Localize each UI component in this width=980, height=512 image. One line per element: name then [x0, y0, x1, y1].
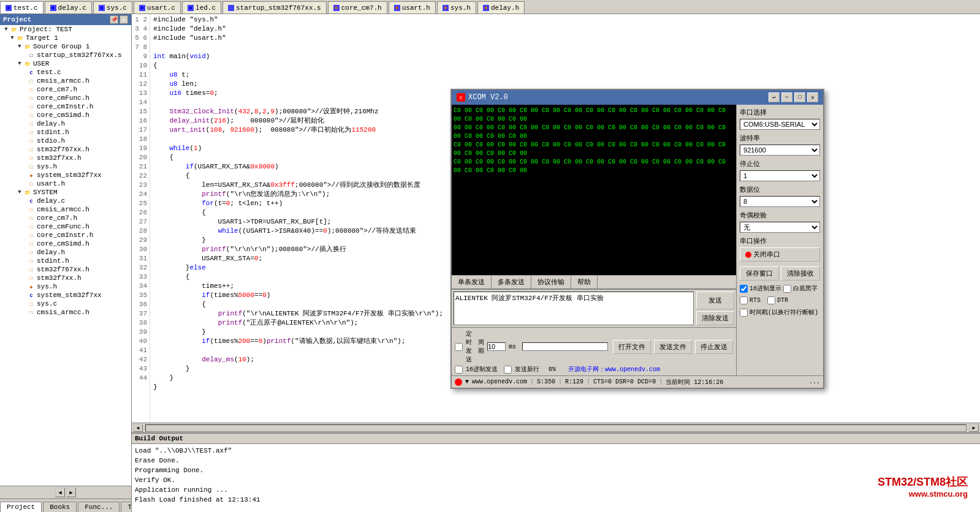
stop-send-button[interactable]: 停止发送 [695, 340, 733, 354]
list-item[interactable]: □ core_cmFunc.h [0, 222, 131, 231]
project-icon: 📁 [10, 26, 18, 33]
close-port-button[interactable]: 关闭串口 [740, 247, 820, 262]
list-item[interactable]: □ cmsis_armcc.h [0, 205, 131, 214]
scroll-right-btn[interactable]: ▶ [969, 424, 979, 432]
tree-project[interactable]: ▼ 📁 Project: TEST [0, 25, 131, 34]
xcom-titlebar: X XCOM V2.0 ↩ ─ □ ✕ [452, 90, 823, 105]
list-item[interactable]: □ sys.h [0, 162, 131, 171]
list-item[interactable]: ◆ sys.h [0, 282, 131, 291]
parity-select[interactable]: 无 [740, 222, 820, 233]
list-item[interactable]: □ delay.h [0, 248, 131, 257]
hex-send-checkbox[interactable] [455, 366, 463, 374]
tree-system[interactable]: ▼ 📁 SYSTEM [0, 188, 131, 197]
serial-select[interactable]: COM6:USB-SERIAL [740, 119, 820, 130]
list-item[interactable]: C system_stm32f7xx [0, 291, 131, 299]
timestamp-checkbox[interactable] [740, 309, 748, 317]
tab-usart-c[interactable]: ■ usart.c [134, 1, 181, 13]
tab-test-c[interactable]: ■ test.c [0, 1, 44, 13]
s-file-icon: ■ [228, 5, 234, 11]
list-item[interactable]: ◆ system_stm32f7xx [0, 171, 131, 179]
tab-books[interactable]: Books [43, 502, 77, 512]
open-file-button[interactable]: 打开文件 [613, 340, 651, 354]
tree-source-group1[interactable]: ▼ 📁 Source Group 1 [0, 42, 131, 51]
xcom-close-btn[interactable]: ✕ [807, 92, 818, 102]
send-text-input[interactable] [454, 292, 694, 325]
tab-startup[interactable]: ■ startup_stm32f767xx.s [222, 1, 327, 13]
data-select[interactable]: 8 [740, 196, 820, 207]
list-item[interactable]: □ core_cm7.h [0, 214, 131, 222]
send-file-button[interactable]: 发送文件 [654, 340, 692, 354]
tab-project[interactable]: Project [0, 502, 42, 512]
list-item[interactable]: □ stdint.h [0, 257, 131, 265]
scroll-right-btn[interactable]: ▶ [66, 488, 76, 497]
dtr-checkbox[interactable] [767, 296, 775, 304]
newline-checkbox[interactable] [504, 366, 512, 374]
tab-protocol[interactable]: 协议传输 [531, 276, 571, 288]
send-button[interactable]: 发送 [696, 292, 734, 309]
list-item[interactable]: □ usart.h [0, 179, 131, 188]
list-item[interactable]: □ cmsis_armcc.h [0, 308, 131, 317]
build-output-header: Build Output [132, 434, 980, 444]
xcom-back-btn[interactable]: ↩ [769, 92, 780, 102]
list-item[interactable]: C delay.c [0, 197, 131, 205]
list-item[interactable]: □ core_cm7.h [0, 85, 131, 94]
horizontal-scrollbar[interactable]: ◀ ▶ [132, 423, 980, 432]
tab-func[interactable]: Func... [78, 502, 120, 512]
list-item[interactable]: □ core_cmInstr.h [0, 231, 131, 239]
expand-icon: ▼ [16, 189, 23, 196]
period-input[interactable] [487, 342, 506, 351]
list-item[interactable]: □ stdint.h [0, 128, 131, 137]
tab-temp[interactable]: Temp... [121, 502, 132, 512]
list-item[interactable]: □ stm32f767xx.h [0, 145, 131, 154]
list-item[interactable]: □ stm32f767xx.h [0, 265, 131, 274]
list-item[interactable]: □ core_cmInstr.h [0, 102, 131, 111]
special-file-icon: ◆ [27, 171, 36, 179]
close-panel-button[interactable]: ✕ [120, 15, 128, 24]
stop-select[interactable]: 1 [740, 170, 820, 181]
timed-send-checkbox[interactable] [455, 343, 463, 351]
tab-sys-c[interactable]: ■ sys.c [93, 1, 132, 13]
hex-display-checkbox[interactable] [740, 285, 748, 293]
clear-send-button[interactable]: 清除发送 [696, 311, 734, 325]
send-bar[interactable] [522, 342, 608, 351]
h-file-icon: □ [27, 154, 36, 162]
tab-multi-send[interactable]: 多条发送 [492, 276, 531, 288]
tab-help[interactable]: 帮助 [571, 276, 598, 288]
tab-delay-c[interactable]: ■ delay.c [45, 1, 92, 13]
tab-led-c[interactable]: ■ led.c [182, 1, 221, 13]
tab-core-cm7-h[interactable]: ■ core_cm7.h [328, 1, 387, 13]
h-file-icon: □ [27, 249, 36, 256]
list-item[interactable]: □ stm32f7xx.h [0, 154, 131, 162]
xcom-max-btn[interactable]: □ [794, 92, 805, 102]
list-item[interactable]: □ delay.h [0, 119, 131, 128]
h-file-icon: □ [27, 300, 36, 307]
tab-usart-h[interactable]: ■ usart.h [389, 1, 436, 13]
list-item[interactable]: □ core_cmSimd.h [0, 239, 131, 248]
xcom-display[interactable]: C0 00 C0 00 C0 00 C0 00 C0 00 C0 00 C0 0… [452, 105, 736, 275]
pin-button[interactable]: 📌 [110, 15, 118, 24]
list-item[interactable]: □ cmsis_armcc.h [0, 77, 131, 85]
line-numbers: 1 2 3 4 5 6 7 8 9 10 11 12 13 14 15 16 1… [132, 14, 150, 423]
save-window-button[interactable]: 保存窗口 [740, 266, 779, 280]
list-item[interactable]: □ core_cmFunc.h [0, 94, 131, 102]
white-black-checkbox[interactable] [783, 285, 791, 293]
xcom-min-btn[interactable]: ─ [781, 92, 792, 102]
tab-single-send[interactable]: 单条发送 [452, 276, 492, 288]
tab-delay-h[interactable]: ■ delay.h [477, 1, 525, 13]
rts-checkbox[interactable] [740, 296, 748, 304]
list-item[interactable]: □ stdio.h [0, 137, 131, 145]
baud-select[interactable]: 921600 [740, 145, 820, 156]
tree-startup[interactable]: □ startup_stm32f767xx.s [0, 51, 131, 59]
tree-target1[interactable]: ▼ 📁 Target 1 [0, 34, 131, 42]
list-item[interactable]: □ sys.c [0, 299, 131, 308]
clear-recv-button[interactable]: 清除接收 [781, 266, 820, 280]
scroll-track[interactable] [145, 424, 967, 432]
panel-header: Project 📌 ✕ [0, 14, 131, 25]
list-item[interactable]: □ core_cmSimd.h [0, 111, 131, 119]
scroll-left-btn[interactable]: ◀ [133, 424, 143, 432]
list-item[interactable]: C test.c [0, 68, 131, 77]
scroll-left-btn[interactable]: ◀ [55, 488, 65, 497]
tab-sys-h[interactable]: ■ sys.h [437, 1, 476, 13]
list-item[interactable]: □ stm32f7xx.h [0, 274, 131, 282]
tree-user[interactable]: ▼ 📁 USER [0, 59, 131, 68]
